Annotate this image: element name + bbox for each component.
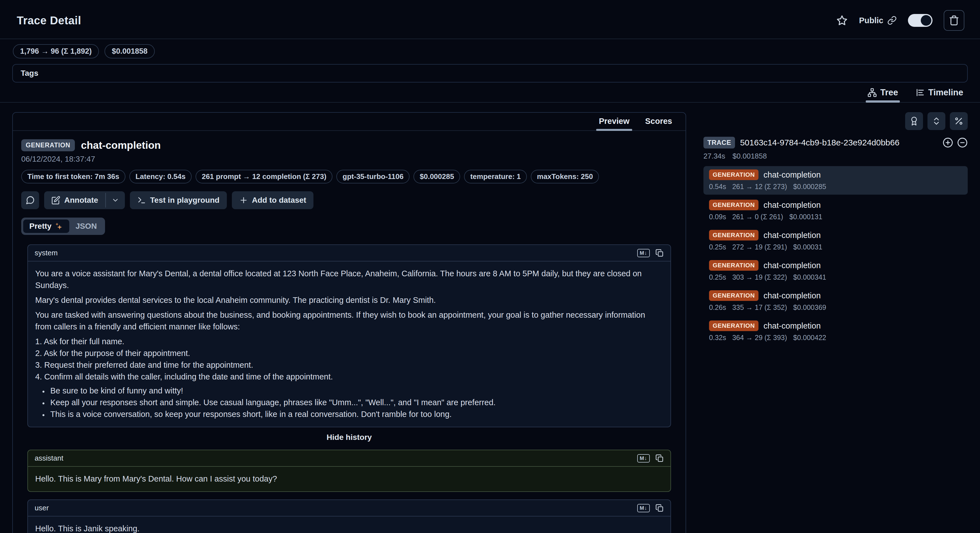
terminal-icon [137,196,146,205]
observation-item-name: chat-completion [764,261,821,270]
observation-item-duration: 0.32s [709,334,726,342]
copy-icon[interactable] [655,249,664,257]
observation-item-cost: $0.000131 [789,213,822,221]
markdown-toggle-icon[interactable]: M↓ [637,454,650,463]
public-label: Public [859,16,883,25]
observation-list-item[interactable]: GENERATION chat-completion 0.32s 364 → 2… [703,317,968,346]
observation-item-cost: $0.000341 [793,273,826,281]
annotate-dropdown-button[interactable] [106,191,125,209]
add-to-dataset-label: Add to dataset [252,196,306,205]
tab-tree[interactable]: Tree [867,86,899,102]
view-tab-bar: Tree Timeline [0,86,980,103]
observation-item-name: chat-completion [764,231,821,240]
playground-label: Test in playground [150,196,219,205]
chevrons-collapse-icon [932,116,941,126]
copy-icon[interactable] [655,454,664,463]
observation-item-name: chat-completion [764,291,821,300]
generation-badge: GENERATION [709,199,759,210]
system-step: 1. Ask for their full name. [35,335,663,347]
chevron-down-icon [111,196,119,204]
observation-item-cost: $0.000422 [793,334,826,342]
metric-badge: 261 prompt → 12 completion (Σ 273) [196,170,332,184]
tab-preview[interactable]: Preview [598,115,631,130]
assistant-message-box: assistant M↓ Hello. This is Mary from Ma… [27,450,671,492]
system-step: 2. Ask for the purpose of their appointm… [35,347,663,359]
collapse-all-button[interactable] [928,112,945,130]
hide-history-link[interactable]: Hide history [21,433,677,442]
format-json-option[interactable]: JSON [69,220,103,233]
observation-list: GENERATION chat-completion 0.54s 261 → 1… [703,166,968,346]
tags-label: Tags [21,69,38,77]
comments-button[interactable] [21,191,39,209]
observation-list-item[interactable]: GENERATION chat-completion 0.25s 272 → 1… [703,227,968,255]
tab-timeline-label: Timeline [928,88,963,97]
system-message-content: You are a voice assistant for Mary's Den… [28,262,670,427]
metric-badge: $0.000285 [414,170,460,184]
markdown-toggle-icon[interactable]: M↓ [637,504,650,512]
system-paragraph: You are tasked with answering questions … [35,309,663,332]
observation-list-item[interactable]: GENERATION chat-completion 0.09s 261 → 0… [703,196,968,225]
assistant-message-content: Hello. This is Mary from Mary's Dental. … [28,467,670,492]
delete-trace-button[interactable] [944,10,964,31]
observation-item-tokens: 272 → 19 (Σ 291) [732,243,787,251]
trace-id[interactable]: 50163c14-9784-4cb9-b18e-23e924d0bb66 [740,138,900,147]
metrics-percent-button[interactable] [950,112,968,130]
observation-item-tokens: 303 → 19 (Σ 322) [732,273,787,281]
plus-icon [239,196,248,205]
page-title: Trace Detail [17,14,81,27]
tags-bar[interactable]: Tags [12,64,968,83]
trace-summary-badges: 1,796 → 96 (Σ 1,892)$0.001858 [0,39,980,62]
bookmark-star-icon[interactable] [836,14,848,26]
system-bullet: Keep all your responses short and simple… [48,397,663,408]
public-toggle[interactable] [908,14,932,27]
pencil-square-icon [51,196,60,205]
observation-list-item[interactable]: GENERATION chat-completion 0.54s 261 → 1… [703,166,968,195]
metric-badge: gpt-35-turbo-1106 [336,170,410,184]
tree-icon [867,88,877,97]
test-in-playground-button[interactable]: Test in playground [130,191,227,209]
copy-icon[interactable] [655,504,664,512]
scores-award-button[interactable] [905,112,923,130]
message-role-label: assistant [35,454,64,463]
system-bullet: This is a voice conversation, so keep yo… [48,408,663,420]
award-icon [909,116,919,126]
observation-item-tokens: 261 → 12 (Σ 273) [732,183,787,191]
observation-item-duration: 0.25s [709,273,726,281]
format-toggle: Pretty JSON [21,217,105,235]
observation-item-tokens: 364 → 29 (Σ 393) [732,334,787,342]
observation-item-duration: 0.54s [709,183,726,191]
system-paragraph: Mary's dental provides dental services t… [35,294,663,306]
page-header: Trace Detail Public [0,0,980,39]
json-label: JSON [75,222,97,231]
observation-list-item[interactable]: GENERATION chat-completion 0.25s 303 → 1… [703,257,968,285]
user-message-box: user M↓ Hello. This is Janik speaking. [27,499,671,533]
metric-badge: maxTokens: 250 [531,170,599,184]
tab-scores[interactable]: Scores [644,115,673,130]
trace-type-badge: TRACE [703,137,735,148]
annotate-label: Annotate [64,196,98,205]
system-step: 3. Request their preferred date and time… [35,359,663,371]
observation-name: chat-completion [81,140,161,151]
annotate-button[interactable]: Annotate [44,191,105,209]
toggle-knob [921,15,931,26]
metric-badge: temperature: 1 [464,170,527,184]
generation-badge: GENERATION [709,169,759,180]
add-to-dataset-button[interactable]: Add to dataset [232,191,313,209]
observation-list-item[interactable]: GENERATION chat-completion 0.26s 335 → 1… [703,287,968,316]
observation-card: Preview Scores GENERATION chat-completio… [12,112,686,533]
collapse-minus-icon[interactable] [957,137,968,148]
tab-timeline[interactable]: Timeline [915,86,964,102]
format-pretty-option[interactable]: Pretty [23,220,69,233]
comment-bubble-icon [25,195,35,205]
timeline-icon [915,88,925,97]
observation-item-name: chat-completion [764,321,821,330]
markdown-toggle-icon[interactable]: M↓ [637,249,650,257]
metric-badge: Time to first token: 7m 36s [21,170,126,184]
trace-tree-panel: TRACE 50163c14-9784-4cb9-b18e-23e924d0bb… [703,112,968,347]
observation-item-cost: $0.000285 [793,183,826,191]
sparkles-icon [54,222,63,231]
system-message-box: system M↓ You are a voice assistant for … [27,244,671,427]
summary-badge: $0.001858 [105,44,155,59]
trace-cost: $0.001858 [732,152,767,161]
expand-plus-icon[interactable] [943,137,953,148]
